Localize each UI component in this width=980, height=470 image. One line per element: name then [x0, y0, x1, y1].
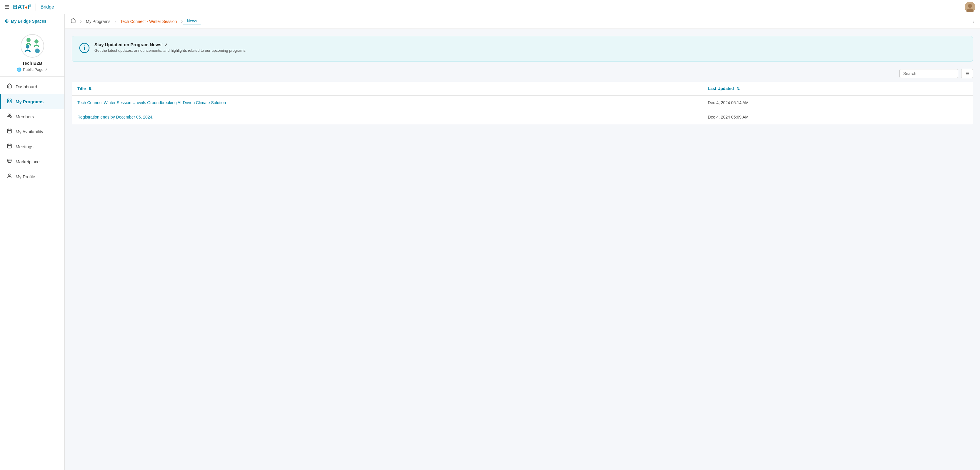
collapse-sidebar-button[interactable]: ‹: [973, 19, 974, 24]
my-bridge-spaces-button[interactable]: ⊕ My Bridge Spaces: [0, 14, 64, 28]
external-link-icon: ↗: [45, 68, 48, 72]
table-row: Tech Connect Winter Session Unveils Grou…: [72, 95, 973, 110]
svg-point-25: [84, 46, 85, 46]
sidebar-item-my-availability[interactable]: My Availability: [0, 124, 64, 139]
list-view-icon: [964, 71, 970, 76]
sidebar: ⊕ My Bridge Spaces: [0, 14, 65, 470]
breadcrumb-sep-3: ›: [181, 18, 183, 24]
svg-point-5: [34, 40, 38, 43]
my-programs-icon: [7, 98, 12, 105]
members-label: Members: [16, 114, 34, 119]
public-page-link[interactable]: 🌐 Public Page ↗: [17, 67, 47, 72]
news-table-body: Tech Connect Winter Session Unveils Grou…: [72, 95, 973, 124]
info-banner-title: Stay Updated on Program News! ↗: [94, 42, 247, 47]
marketplace-icon: [7, 158, 12, 165]
my-programs-label: My Programs: [16, 99, 43, 104]
public-page-label: Public Page: [23, 67, 43, 72]
availability-icon: [7, 128, 12, 135]
breadcrumb: › My Programs › Tech Connect - Winter Se…: [65, 14, 980, 29]
news-title-cell[interactable]: Registration ends by December 05, 2024.: [72, 110, 703, 124]
table-header-row: Title ⇅ Last Updated ⇅: [72, 82, 973, 96]
breadcrumb-news[interactable]: News: [183, 19, 200, 24]
svg-point-4: [26, 45, 29, 49]
org-section: Tech B2B 🌐 Public Page ↗: [0, 28, 64, 77]
my-profile-label: My Profile: [16, 174, 35, 179]
svg-point-22: [8, 174, 10, 175]
dashboard-label: Dashboard: [16, 84, 37, 89]
org-logo-image: [22, 36, 43, 56]
svg-point-6: [35, 49, 40, 53]
home-breadcrumb[interactable]: [71, 18, 80, 25]
bridge-spaces-icon: ⊕: [5, 18, 8, 24]
dashboard-icon: [7, 83, 12, 90]
column-header-title[interactable]: Title ⇅: [72, 82, 703, 96]
svg-rect-16: [7, 144, 11, 148]
avatar-image: [965, 2, 975, 12]
column-header-last-updated[interactable]: Last Updated ⇅: [703, 82, 973, 96]
marketplace-label: Marketplace: [16, 159, 40, 164]
info-banner: Stay Updated on Program News! ↗ Get the …: [72, 36, 973, 62]
breadcrumb-my-programs[interactable]: My Programs: [82, 19, 114, 24]
news-table: Title ⇅ Last Updated ⇅ Tech Connect Wint…: [72, 82, 973, 124]
svg-rect-8: [10, 99, 11, 100]
sidebar-item-my-profile[interactable]: My Profile: [0, 169, 64, 184]
breadcrumb-sep-2: ›: [115, 18, 116, 24]
svg-rect-12: [7, 129, 11, 133]
globe-icon: 🌐: [17, 67, 21, 72]
nav-menu: Dashboard My Programs Members My Availab…: [0, 77, 64, 470]
content-area: › My Programs › Tech Connect - Winter Se…: [65, 14, 980, 470]
date-sort-icon[interactable]: ⇅: [737, 87, 740, 91]
title-sort-icon[interactable]: ⇅: [89, 87, 91, 91]
table-row: Registration ends by December 05, 2024. …: [72, 110, 973, 124]
top-header: ☰ BAT●I® Bridge: [0, 0, 980, 14]
breadcrumb-tech-connect[interactable]: Tech Connect - Winter Session: [117, 19, 180, 24]
sidebar-item-members[interactable]: Members: [0, 109, 64, 124]
news-title-cell[interactable]: Tech Connect Winter Session Unveils Grou…: [72, 95, 703, 110]
main-content: Stay Updated on Program News! ↗ Get the …: [65, 29, 980, 470]
news-date-cell: Dec 4, 2024 05:14 AM: [703, 95, 973, 110]
org-name: Tech B2B: [22, 61, 42, 65]
hamburger-icon[interactable]: ☰: [5, 4, 10, 10]
info-external-link-icon: ↗: [165, 43, 168, 47]
sidebar-item-meetings[interactable]: Meetings: [0, 139, 64, 154]
main-layout: ⊕ My Bridge Spaces: [0, 14, 980, 470]
logo-circle: ●: [25, 5, 28, 10]
logo-reg: ®: [29, 4, 30, 7]
logo-area: BAT●I® Bridge: [13, 3, 54, 11]
svg-rect-10: [10, 102, 11, 103]
org-logo: [21, 34, 44, 57]
news-date-cell: Dec 4, 2024 05:09 AM: [703, 110, 973, 124]
my-bridge-spaces-label: My Bridge Spaces: [11, 19, 46, 24]
list-view-button[interactable]: [961, 69, 973, 78]
meetings-icon: [7, 143, 12, 150]
avatar[interactable]: [965, 2, 975, 12]
table-controls: [72, 69, 973, 78]
my-availability-label: My Availability: [16, 129, 43, 134]
svg-point-3: [27, 38, 30, 42]
info-banner-description: Get the latest updates, announcements, a…: [94, 48, 247, 53]
svg-point-11: [8, 114, 10, 116]
svg-point-1: [968, 4, 972, 8]
bridge-label: Bridge: [41, 5, 54, 10]
breadcrumb-sep-1: ›: [80, 18, 82, 24]
svg-rect-9: [7, 102, 9, 103]
search-input[interactable]: [899, 69, 958, 78]
sidebar-item-my-programs[interactable]: My Programs: [0, 94, 64, 109]
members-icon: [7, 113, 12, 120]
logo: BAT●I®: [13, 3, 31, 11]
info-icon: [79, 43, 90, 56]
svg-rect-7: [7, 99, 9, 100]
my-profile-icon: [7, 173, 12, 180]
sidebar-item-marketplace[interactable]: Marketplace: [0, 154, 64, 169]
header-left: ☰ BAT●I® Bridge: [5, 3, 54, 11]
meetings-label: Meetings: [16, 144, 33, 149]
info-banner-content: Stay Updated on Program News! ↗ Get the …: [94, 42, 247, 53]
sidebar-item-dashboard[interactable]: Dashboard: [0, 79, 64, 94]
logo-bat: BAT: [13, 3, 25, 11]
